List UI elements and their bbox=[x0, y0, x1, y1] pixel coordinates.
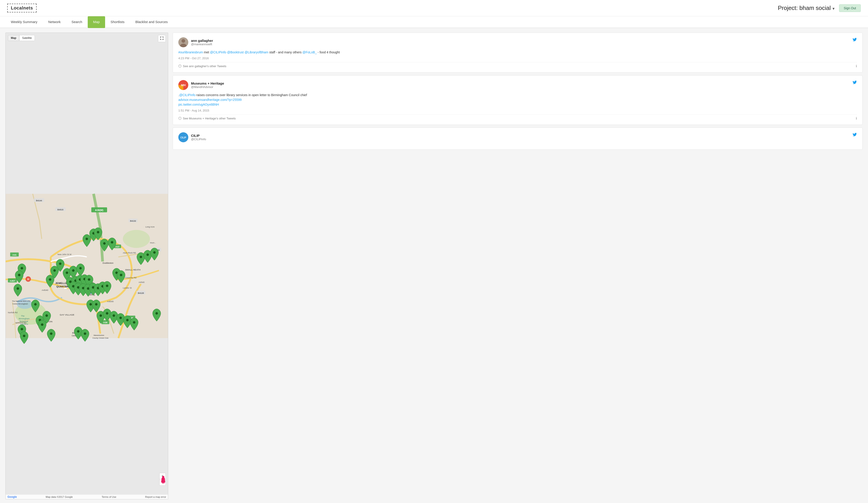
svg-point-67 bbox=[17, 287, 19, 290]
svg-text:Centre Birmingham: Centre Birmingham bbox=[12, 303, 28, 305]
header-right: Project: bham social ▾ Sign Out bbox=[778, 4, 861, 12]
svg-point-76 bbox=[72, 285, 74, 287]
svg-point-93 bbox=[23, 335, 25, 337]
svg-text:The: The bbox=[21, 315, 24, 317]
tweet-link-1[interactable]: advisor.museumsandheritage.com/?p=25599 bbox=[178, 97, 857, 102]
svg-text:B4144: B4144 bbox=[36, 199, 42, 202]
user-info-2: Museums + Heritage @MandHAdvisor bbox=[191, 81, 224, 89]
svg-point-90 bbox=[46, 314, 48, 317]
nav-search[interactable]: Search bbox=[66, 16, 88, 28]
svg-rect-112 bbox=[164, 482, 164, 484]
svg-point-61 bbox=[103, 242, 105, 245]
twitter-icon-3[interactable] bbox=[852, 132, 857, 138]
user-handle-2: @MandHAdvisor bbox=[191, 85, 224, 89]
tweet-card-2: MH Museums + Heritage @MandHAdvisor .@CI… bbox=[173, 75, 862, 125]
svg-point-83 bbox=[106, 285, 108, 287]
logo[interactable]: Localnets bbox=[7, 4, 37, 12]
fullscreen-button[interactable] bbox=[158, 35, 166, 42]
svg-text:B4128: B4128 bbox=[138, 292, 144, 294]
nav-map[interactable]: Map bbox=[88, 16, 105, 28]
svg-text:Birmingham: Birmingham bbox=[19, 318, 30, 320]
google-logo: Google bbox=[8, 495, 17, 499]
map-footer: Google Map data ©2017 Google Terms of Us… bbox=[6, 495, 168, 499]
user-name-1: ann gallagher bbox=[191, 39, 213, 42]
svg-point-108 bbox=[90, 303, 92, 306]
info-icon-1[interactable]: ℹ bbox=[856, 64, 857, 68]
svg-text:B4132: B4132 bbox=[130, 220, 136, 222]
svg-text:B4515: B4515 bbox=[58, 208, 63, 211]
svg-text:H: H bbox=[27, 278, 29, 281]
tweets-panel: ann gallagher @marieannswift #ourlibrari… bbox=[173, 33, 862, 499]
svg-text:MH: MH bbox=[181, 83, 186, 87]
user-handle-3: @CILIPinfo bbox=[191, 137, 206, 141]
svg-text:A41: A41 bbox=[12, 254, 17, 256]
streetview-icon[interactable] bbox=[161, 476, 166, 484]
tweet-card-1: ann gallagher @marieannswift #ourlibrari… bbox=[173, 33, 862, 73]
nav-blacklist[interactable]: Blacklist and Sources bbox=[130, 16, 173, 28]
twitter-icon-2[interactable] bbox=[852, 80, 857, 86]
svg-point-77 bbox=[77, 286, 79, 289]
project-title[interactable]: Project: bham social ▾ bbox=[778, 4, 834, 11]
report-error-link[interactable]: Report a map error bbox=[145, 495, 166, 498]
svg-text:Duddeston: Duddeston bbox=[103, 262, 113, 264]
svg-text:Norfolk Rd: Norfolk Rd bbox=[8, 311, 18, 314]
svg-point-105 bbox=[146, 254, 149, 256]
tweet-header-1: ann gallagher @marieannswift bbox=[178, 37, 857, 47]
svg-point-94 bbox=[50, 332, 52, 335]
svg-point-107 bbox=[34, 303, 37, 306]
svg-point-80 bbox=[92, 286, 94, 289]
svg-point-114 bbox=[182, 39, 185, 43]
svg-text:A4540: A4540 bbox=[138, 281, 144, 284]
nav-shortlists[interactable]: Shortlists bbox=[105, 16, 130, 28]
svg-point-68 bbox=[66, 271, 68, 274]
see-more-2[interactable]: See Museums + Heritage's other Tweets bbox=[178, 117, 236, 120]
main-nav: Weekly Summary Network Search Map Shortl… bbox=[0, 16, 868, 28]
info-icon-2[interactable]: ℹ bbox=[856, 116, 857, 120]
tweet-header-2: MH Museums + Heritage @MandHAdvisor bbox=[178, 80, 857, 90]
svg-text:Wash...: Wash... bbox=[150, 242, 156, 244]
svg-point-103 bbox=[156, 312, 158, 314]
svg-point-78 bbox=[82, 287, 84, 289]
satellite-view-button[interactable]: Satellite bbox=[19, 35, 35, 41]
project-dropdown-arrow[interactable]: ▾ bbox=[833, 6, 835, 11]
svg-point-91 bbox=[41, 324, 43, 326]
user-name-2: Museums + Heritage bbox=[191, 81, 224, 85]
user-name-3: CILIP bbox=[191, 134, 206, 137]
svg-text:GAY VILLAGE: GAY VILLAGE bbox=[60, 314, 74, 316]
svg-point-65 bbox=[21, 267, 23, 269]
svg-text:Alum Rock Rd: Alum Rock Rd bbox=[123, 252, 136, 254]
svg-text:The National SEA LIFE: The National SEA LIFE bbox=[12, 300, 31, 302]
tweet-link-2[interactable]: pic.twitter.com/ugAOyx6BNH bbox=[178, 102, 857, 107]
sign-out-button[interactable]: Sign Out bbox=[839, 4, 861, 12]
map-data-text: Map data ©2017 Google bbox=[46, 495, 73, 498]
map-svg[interactable]: A38(M) A41 A457 A4540 A4540 A45 A38 bbox=[6, 33, 168, 499]
svg-point-104 bbox=[140, 256, 142, 258]
svg-point-95 bbox=[77, 330, 79, 332]
tweet-text-1: #ourlibrariesbrum met @CILIPinfo @Booktr… bbox=[178, 50, 857, 55]
terms-of-use-link[interactable]: Terms of Use bbox=[102, 495, 116, 498]
map-view-button[interactable]: Map bbox=[8, 35, 19, 41]
twitter-icon-1[interactable] bbox=[852, 37, 857, 43]
svg-point-84 bbox=[59, 263, 61, 265]
svg-text:A38: A38 bbox=[103, 321, 107, 324]
svg-point-100 bbox=[120, 317, 122, 319]
see-more-1[interactable]: See ann gallagher's other Tweets bbox=[178, 64, 226, 68]
avatar-ann bbox=[178, 37, 188, 47]
header: Localnets Project: bham social ▾ Sign Ou… bbox=[0, 0, 868, 16]
svg-point-60 bbox=[86, 238, 88, 240]
tweet-time-1: 4:23 PM - Oct 27, 2016 bbox=[178, 57, 857, 60]
svg-point-88 bbox=[120, 274, 122, 276]
svg-point-62 bbox=[111, 241, 113, 243]
nav-weekly-summary[interactable]: Weekly Summary bbox=[6, 16, 43, 28]
tweet-footer-2: See Museums + Heritage's other Tweets ℹ bbox=[178, 114, 857, 120]
nav-network[interactable]: Network bbox=[43, 16, 66, 28]
svg-text:Warwickshire: Warwickshire bbox=[94, 334, 104, 336]
svg-text:SMALL HEATH: SMALL HEATH bbox=[125, 268, 141, 271]
svg-point-99 bbox=[113, 314, 115, 317]
tweet-footer-1: See ann gallagher's other Tweets ℹ bbox=[178, 62, 857, 68]
user-info-1: ann gallagher @marieannswift bbox=[191, 39, 213, 46]
tweet-text-2: .@CILIPinfo raises concerns over library… bbox=[178, 93, 857, 107]
svg-point-92 bbox=[21, 328, 23, 330]
svg-point-109 bbox=[95, 303, 97, 306]
svg-text:Landor St: Landor St bbox=[123, 287, 132, 289]
